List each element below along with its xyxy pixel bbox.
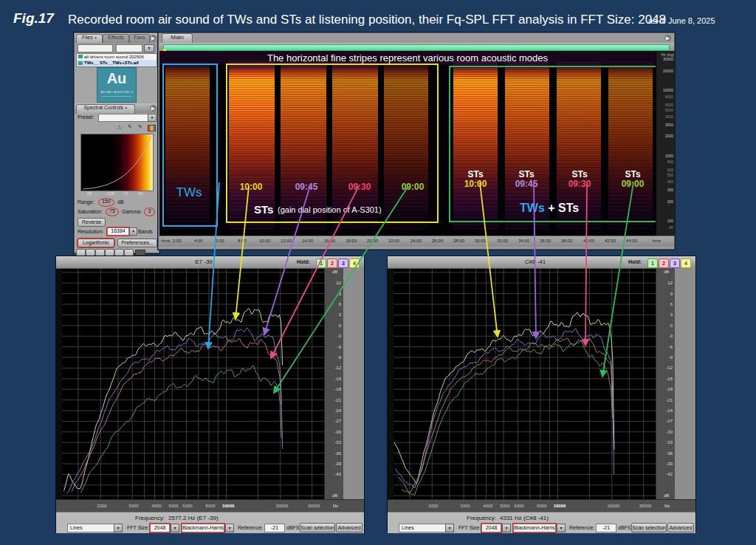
display-mode-dropdown[interactable]: Lines xyxy=(67,524,117,532)
y-tick-label: -9 xyxy=(328,355,341,360)
files-sort-dropdown[interactable] xyxy=(116,44,142,52)
fft-size-arrow-icon[interactable]: ▾ xyxy=(171,524,179,532)
window-function-arrow-icon[interactable]: ▾ xyxy=(557,524,566,532)
files-toolbar-button[interactable]: ▾ xyxy=(144,44,154,52)
timeline-label: 18:00 xyxy=(346,239,357,243)
fft-plot-svg xyxy=(394,269,656,499)
hold-button-3[interactable]: 3 xyxy=(338,258,348,268)
y-axis-unit: dB xyxy=(332,270,337,274)
y-tick-label: -27 xyxy=(328,419,341,423)
file-row[interactable]: all drivers room sound 202506 xyxy=(77,54,157,60)
fft-y-axis: dB129630-3-6-9-12-15-18-21-24-27-30-33-3… xyxy=(324,269,344,499)
y-tick-label: -9 xyxy=(659,355,673,360)
combo-time-label: 10:00 xyxy=(456,179,495,189)
display-mode-arrow-icon[interactable]: ▾ xyxy=(114,524,123,532)
preferences-button[interactable]: Preferences... xyxy=(117,239,157,247)
tab-close-icon[interactable]: × xyxy=(125,106,128,110)
hold-button-2[interactable]: 2 xyxy=(327,258,337,268)
figure-title: Recorded room air sound of TWs and STs a… xyxy=(68,13,666,27)
display-mode-arrow-icon[interactable]: ▾ xyxy=(445,524,454,532)
figure-dateline: as of June 8, 2025 xyxy=(648,16,715,25)
preset-dropdown[interactable] xyxy=(98,114,148,122)
y-tick-label: 3 xyxy=(328,312,341,317)
window-menu-icon[interactable]: ▶ xyxy=(664,35,671,41)
x-tick-label: 3000 xyxy=(456,504,474,508)
tab-close-icon[interactable]: × xyxy=(94,35,97,40)
timeline-label: hms xyxy=(162,239,170,243)
advanced-button[interactable]: Advanced xyxy=(667,523,694,532)
hold-button-4[interactable]: 4 xyxy=(681,258,691,268)
main-window: Main ▶ The horizontal fine stripes repre… xyxy=(158,32,675,250)
tab-files-label: Files xyxy=(82,35,93,40)
x-tick-label: 6000 xyxy=(510,504,528,508)
y-tick-label: 12 xyxy=(328,281,341,285)
fft-plot-area[interactable] xyxy=(62,269,324,499)
edit-curve-icon[interactable]: ✎ xyxy=(128,124,132,130)
fft-size-value[interactable]: 2048 xyxy=(481,524,501,532)
reference-input[interactable]: -21 xyxy=(596,524,616,532)
window-function-dropdown[interactable]: Blackmann-Harris xyxy=(182,524,224,532)
logarithmic-button[interactable]: Logarithmic xyxy=(78,239,114,247)
fft-titlebar: E7 -39Hold:1234 xyxy=(56,256,364,269)
timeline-label: 30:00 xyxy=(475,239,486,243)
timeline-label: 14:00 xyxy=(302,239,313,243)
window-function-dropdown[interactable]: Blackmann-Harris xyxy=(513,524,556,532)
frequency-ruler: Hz (log) 3000020000100008000600050004000… xyxy=(656,51,675,236)
fft-right-frame xyxy=(343,268,364,499)
tab-spectral-controls[interactable]: Spectral Controls × xyxy=(76,104,135,114)
timeline-label: 44:00 xyxy=(626,239,637,243)
combo-sts-label: STs xyxy=(560,169,599,179)
reference-input[interactable]: -21 xyxy=(264,524,285,532)
y-tick-label: -12 xyxy=(659,366,673,370)
palette-icon[interactable] xyxy=(148,125,156,131)
y-tick-label: -24 xyxy=(659,408,673,413)
frequency-tick-label: 30000 xyxy=(657,57,673,61)
hold-label: Hold: xyxy=(297,259,310,264)
y-tick-label: -21 xyxy=(328,398,341,402)
scan-selection-button[interactable]: Scan selection xyxy=(631,523,667,532)
files-toolbar: ▾ xyxy=(75,43,157,53)
fft-size-label: FFT Size: xyxy=(127,525,149,530)
panel-menu-icon[interactable]: ▶ xyxy=(150,35,157,41)
preset-dropdown-arrow-icon[interactable]: ▾ xyxy=(148,114,157,122)
y-tick-label: -42 xyxy=(659,472,673,476)
x-tick-label: 6000 xyxy=(179,504,196,508)
frequency-tick-label: 500 xyxy=(657,173,673,177)
timeline-ruler[interactable]: hms2:004:006:008:0010:0012:0014:0016:001… xyxy=(159,236,674,247)
tab-main[interactable]: Main xyxy=(162,33,193,43)
session-overview-bar[interactable] xyxy=(163,44,670,51)
window-function-arrow-icon[interactable]: ▾ xyxy=(225,524,234,532)
new-preset-icon[interactable]: △ xyxy=(117,124,121,130)
hold-button-1[interactable]: 1 xyxy=(316,258,326,268)
y-tick-label: -33 xyxy=(328,440,341,445)
fft-size-value[interactable]: 2048 xyxy=(150,524,170,532)
y-tick-label: 0 xyxy=(328,323,341,328)
reverse-button[interactable]: Reverse xyxy=(78,218,106,227)
hold-button-3[interactable]: 3 xyxy=(670,258,680,268)
range-value[interactable]: 150 xyxy=(98,198,114,207)
edit-curve-icon[interactable]: ✎ xyxy=(138,124,142,130)
y-axis-unit: dB xyxy=(664,493,669,498)
x-tick-label: 2000 xyxy=(425,504,442,508)
colormap-preview[interactable] xyxy=(80,134,154,191)
saturation-value[interactable]: 75 xyxy=(106,208,119,216)
tws-group-box xyxy=(162,64,218,227)
y-tick-label: -6 xyxy=(328,345,341,349)
files-filter-dropdown[interactable] xyxy=(78,44,113,52)
resolution-dropdown-arrow-icon[interactable]: ▾ xyxy=(129,227,137,236)
hold-button-4[interactable]: 4 xyxy=(349,258,360,268)
spectrogram[interactable]: The horizontal fine stripes represent va… xyxy=(159,51,656,236)
resolution-value[interactable]: 16384 xyxy=(107,227,129,236)
display-mode-dropdown[interactable]: Lines xyxy=(399,524,448,532)
files-panel: Files × Effects Favo ▶ ▾ all drivers roo… xyxy=(74,32,159,253)
scan-selection-button[interactable]: Scan selection xyxy=(300,523,335,532)
fft-plot-area[interactable] xyxy=(394,269,656,499)
panel-menu-icon[interactable]: ▶ xyxy=(150,105,157,112)
hold-button-1[interactable]: 1 xyxy=(647,258,658,268)
advanced-button[interactable]: Advanced xyxy=(336,523,362,532)
gamma-value[interactable]: 3 xyxy=(144,208,155,216)
file-row-selected[interactable]: TWs__ STs__TWs+STs.aif xyxy=(77,60,157,66)
frequency-value: 4331 Hz (C#8 -41) xyxy=(500,515,549,521)
hold-button-2[interactable]: 2 xyxy=(659,258,669,268)
fft-size-arrow-icon[interactable]: ▾ xyxy=(502,524,511,532)
